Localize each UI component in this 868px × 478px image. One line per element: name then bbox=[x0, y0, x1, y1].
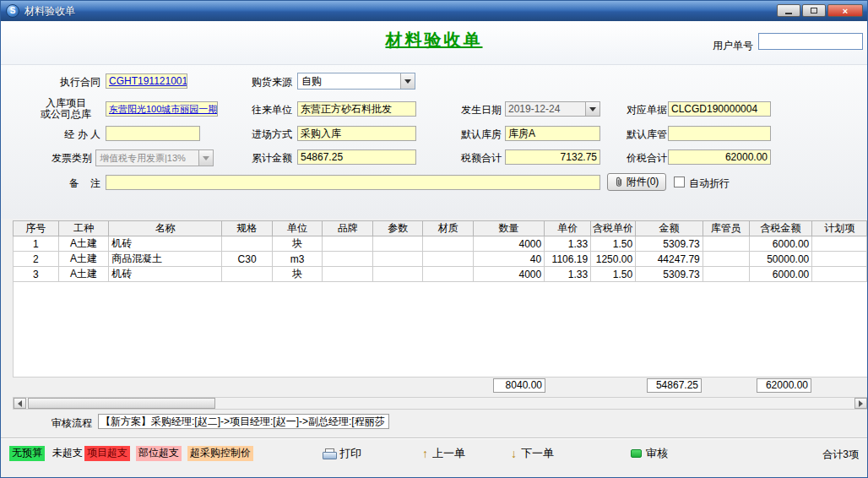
app-icon: S bbox=[6, 4, 19, 18]
table-cell[interactable]: 机砖 bbox=[109, 267, 222, 282]
table-cell[interactable]: 3 bbox=[14, 267, 59, 282]
project-field[interactable]: 东营阳光100城市丽园一期 bbox=[106, 101, 218, 117]
column-header[interactable]: 金额 bbox=[636, 221, 703, 236]
remark-field[interactable] bbox=[106, 175, 600, 190]
date-picker-button[interactable] bbox=[585, 102, 599, 116]
contract-field[interactable]: CGHT191121001 bbox=[106, 73, 187, 89]
column-header[interactable]: 数量 bbox=[473, 221, 544, 236]
table-cell[interactable] bbox=[703, 252, 749, 267]
table-cell[interactable]: 1.33 bbox=[545, 236, 591, 252]
horizontal-scrollbar[interactable] bbox=[13, 397, 868, 410]
table-cell[interactable] bbox=[812, 236, 867, 252]
table-cell[interactable]: 5309.73 bbox=[636, 236, 703, 252]
table-cell[interactable]: 块 bbox=[272, 267, 323, 282]
default-warehouse-field[interactable]: 库房A bbox=[505, 126, 600, 141]
column-header[interactable]: 序号 bbox=[14, 221, 59, 236]
table-cell[interactable] bbox=[812, 252, 867, 267]
table-cell[interactable] bbox=[423, 252, 474, 267]
table-cell[interactable] bbox=[423, 236, 474, 252]
scrollbar-thumb[interactable] bbox=[28, 398, 215, 409]
table-cell[interactable] bbox=[323, 236, 373, 252]
column-header[interactable]: 参数 bbox=[372, 221, 423, 236]
purchase-source-combo[interactable]: 自购 bbox=[297, 73, 415, 90]
table-cell[interactable]: 机砖 bbox=[109, 236, 222, 252]
table-cell[interactable]: 1.50 bbox=[591, 236, 636, 252]
table-cell[interactable] bbox=[323, 252, 373, 267]
column-header[interactable]: 工种 bbox=[58, 221, 109, 236]
table-cell[interactable] bbox=[703, 267, 749, 282]
table-cell[interactable]: 1106.19 bbox=[545, 252, 591, 267]
column-header[interactable]: 库管员 bbox=[703, 221, 749, 236]
table-cell[interactable]: 6000.00 bbox=[749, 236, 812, 252]
maximize-button[interactable] bbox=[802, 4, 826, 17]
purchase-source-dropdown-button[interactable] bbox=[400, 73, 415, 89]
table-cell[interactable] bbox=[372, 236, 423, 252]
table-cell[interactable] bbox=[372, 267, 423, 282]
column-header[interactable]: 材质 bbox=[423, 221, 474, 236]
minimize-button[interactable] bbox=[777, 4, 800, 17]
invoice-type-dropdown-button[interactable] bbox=[198, 150, 213, 166]
table-cell[interactable]: A土建 bbox=[58, 252, 109, 267]
table-cell[interactable]: 5309.73 bbox=[636, 267, 703, 282]
table-cell[interactable]: 40 bbox=[473, 252, 544, 267]
review-flow-field[interactable]: 【新方案】采购经理:[赵二]->项目经理:[赵一]->副总经理:[程丽莎 bbox=[98, 414, 389, 429]
auto-wrap-checkbox[interactable] bbox=[674, 177, 685, 187]
column-header[interactable]: 名称 bbox=[109, 221, 222, 236]
user-order-no-input[interactable] bbox=[758, 33, 863, 50]
table-cell[interactable]: 1 bbox=[14, 236, 59, 252]
entry-mode-field[interactable]: 采购入库 bbox=[297, 126, 416, 141]
audit-button[interactable]: 审核 bbox=[631, 445, 668, 462]
table-cell[interactable]: 50000.00 bbox=[749, 252, 812, 267]
table-cell[interactable]: 商品混凝土 bbox=[109, 252, 222, 267]
contract-link[interactable]: CGHT191121001 bbox=[109, 75, 187, 87]
table-cell[interactable]: 6000.00 bbox=[749, 267, 812, 282]
table-cell[interactable] bbox=[222, 236, 273, 252]
table-cell[interactable] bbox=[812, 267, 867, 282]
scroll-right-button[interactable] bbox=[854, 398, 867, 409]
table-cell[interactable]: 1.33 bbox=[545, 267, 591, 282]
table-cell[interactable]: A土建 bbox=[58, 236, 109, 252]
table-cell[interactable] bbox=[323, 267, 373, 282]
table-row[interactable]: 2A土建商品混凝土C30m3401106.191250.0044247.7950… bbox=[14, 252, 867, 267]
table-cell[interactable]: 1.50 bbox=[591, 267, 636, 282]
invoice-type-combo[interactable]: 增值税专用发票|13% bbox=[95, 149, 214, 166]
column-header[interactable]: 单位 bbox=[272, 221, 323, 236]
column-header[interactable]: 含税金额 bbox=[749, 221, 812, 236]
counterpart-field[interactable]: 东营正方砂石料批发 bbox=[297, 101, 416, 117]
print-button[interactable]: 打印 bbox=[323, 445, 361, 462]
table-cell[interactable]: 块 bbox=[272, 236, 323, 252]
table-cell[interactable]: 44247.79 bbox=[636, 252, 703, 267]
default-keeper-field[interactable] bbox=[668, 126, 771, 141]
attachment-button[interactable]: 附件(0) bbox=[607, 173, 666, 191]
total-count: 合计3项 bbox=[822, 448, 859, 462]
table-cell[interactable]: C30 bbox=[222, 252, 273, 267]
scroll-left-button[interactable] bbox=[14, 398, 26, 409]
column-header[interactable]: 品牌 bbox=[323, 221, 373, 236]
table-cell[interactable] bbox=[423, 267, 474, 282]
table-row[interactable]: 1A土建机砖块40001.331.505309.736000.00 bbox=[14, 236, 867, 252]
table-cell[interactable] bbox=[703, 236, 749, 252]
close-button[interactable]: × bbox=[827, 4, 863, 17]
table-cell[interactable]: 2 bbox=[14, 252, 59, 267]
project-link[interactable]: 东营阳光100城市丽园一期 bbox=[109, 104, 217, 114]
tax-total-field[interactable]: 7132.75 bbox=[505, 149, 600, 165]
occur-date-field[interactable]: 2019-12-24 bbox=[505, 101, 600, 117]
table-cell[interactable]: A土建 bbox=[58, 267, 109, 282]
ref-doc-field[interactable]: CLCGD190000004 bbox=[668, 101, 771, 117]
gross-total-field[interactable]: 62000.00 bbox=[668, 149, 771, 165]
column-header[interactable]: 单价 bbox=[545, 221, 591, 236]
accum-amount-field[interactable]: 54867.25 bbox=[297, 149, 416, 165]
table-cell[interactable]: 4000 bbox=[473, 236, 544, 252]
next-order-button[interactable]: ↓ 下一单 bbox=[511, 445, 554, 462]
table-cell[interactable]: 4000 bbox=[473, 267, 544, 282]
column-header[interactable]: 规格 bbox=[222, 221, 273, 236]
table-row[interactable]: 3A土建机砖块40001.331.505309.736000.00 bbox=[14, 267, 867, 282]
column-header[interactable]: 计划项 bbox=[812, 221, 867, 236]
handler-field[interactable] bbox=[106, 126, 200, 141]
table-cell[interactable]: m3 bbox=[272, 252, 323, 267]
previous-order-button[interactable]: ↑ 上一单 bbox=[422, 445, 465, 462]
table-cell[interactable] bbox=[372, 252, 423, 267]
table-cell[interactable] bbox=[222, 267, 273, 282]
table-cell[interactable]: 1250.00 bbox=[591, 252, 636, 267]
column-header[interactable]: 含税单价 bbox=[591, 221, 636, 236]
